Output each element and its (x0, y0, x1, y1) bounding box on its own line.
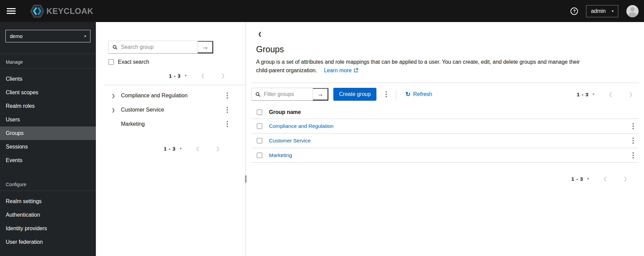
pagination-menu-toggle[interactable]: 1 - 3 ▾ (169, 73, 186, 79)
user-menu-dropdown[interactable]: admin ▾ (586, 5, 618, 17)
toolbar-kebab-menu-icon[interactable] (383, 90, 389, 99)
brand-text: KEYCLOAK (46, 6, 94, 16)
row-kebab-menu-icon[interactable] (630, 136, 636, 145)
sidebar-item-authentication[interactable]: Authentication (0, 208, 96, 222)
row-checkbox[interactable] (257, 138, 262, 143)
avatar[interactable] (626, 5, 639, 17)
table-pagination-bottom: 1 - 3 ▾ ❮ ❯ (251, 176, 639, 182)
group-link[interactable]: Marketing (269, 152, 292, 158)
learn-more-link[interactable]: Learn more (324, 66, 358, 75)
realm-selector[interactable]: demo ▾ (5, 30, 90, 42)
sidebar-item-groups[interactable]: Groups (0, 126, 96, 140)
sidebar-item-client-scopes[interactable]: Client scopes (0, 86, 96, 99)
exact-search-label: Exact search (118, 59, 149, 65)
kebab-menu-icon[interactable] (224, 91, 230, 100)
pagination-next-button[interactable]: ❯ (621, 176, 629, 182)
caret-down-icon: ▾ (180, 147, 182, 150)
column-header-group-name: Group name (269, 109, 301, 115)
search-icon (112, 45, 118, 50)
row-checkbox[interactable] (257, 153, 262, 158)
filter-submit-button[interactable]: → (313, 88, 328, 100)
tree-item-customer-service[interactable]: ❯ Customer Service (104, 103, 246, 117)
pagination-prev-button[interactable]: ❮ (601, 176, 609, 182)
keycloak-logo-icon (30, 4, 45, 19)
tree-divider (104, 85, 246, 85)
pagination-range: 1 - 3 (164, 146, 175, 152)
caret-down-icon: ▾ (185, 74, 187, 77)
realm-selector-value: demo (10, 33, 23, 39)
create-group-button[interactable]: Create group (333, 88, 376, 101)
select-all-checkbox[interactable] (257, 110, 262, 115)
search-icon (255, 92, 261, 97)
nav-toggle-icon[interactable] (7, 7, 16, 15)
page-description: A group is a set of attributes and role … (256, 58, 639, 75)
group-tree-panel: → Exact search 1 - 3 ▾ ❮ ❯ ❯ Compliance … (96, 22, 246, 256)
row-kebab-menu-icon[interactable] (630, 122, 636, 131)
group-link[interactable]: Compliance and Regulation (269, 123, 333, 129)
pagination-menu-toggle[interactable]: 1 - 3 ▾ (577, 92, 594, 97)
refresh-label: Refresh (413, 91, 432, 97)
pagination-next-button[interactable]: ❯ (219, 73, 227, 79)
tree-pagination-top: 1 - 3 ▾ ❮ ❯ (104, 73, 246, 79)
learn-more-label: Learn more (324, 66, 352, 75)
nav-section-configure: Configure Realm settings Authentication … (0, 176, 96, 249)
pagination-next-button[interactable]: ❯ (627, 91, 635, 97)
group-search-submit-button[interactable]: → (198, 41, 213, 53)
caret-down-icon: ▾ (84, 35, 86, 38)
exact-search-checkbox[interactable] (108, 59, 114, 65)
pagination-range: 1 - 3 (577, 92, 588, 97)
filter-groups-control: → (251, 88, 329, 101)
group-search-input[interactable] (120, 44, 198, 51)
chevron-right-icon[interactable]: ❯ (111, 107, 116, 113)
chevron-right-icon[interactable]: ❯ (111, 93, 116, 98)
row-kebab-menu-icon[interactable] (630, 151, 636, 160)
kebab-menu-icon[interactable] (224, 105, 230, 114)
panel-resizer-handle[interactable] (245, 175, 247, 183)
group-search-control: → (108, 41, 213, 54)
kebab-menu-icon[interactable] (224, 120, 230, 129)
filter-groups-input[interactable] (263, 91, 313, 98)
tree-item-marketing[interactable]: Marketing (104, 117, 246, 131)
groups-toolbar: → Create group ↻ Refresh 1 - 3 ▾ ❮ ❯ (251, 88, 639, 101)
section-divider (251, 83, 639, 83)
sidebar-item-user-federation[interactable]: User federation (0, 235, 96, 249)
main-content: ❮ Groups A group is a set of attributes … (246, 22, 644, 256)
refresh-icon: ↻ (405, 91, 410, 97)
pagination-menu-toggle[interactable]: 1 - 3 ▾ (571, 176, 589, 182)
row-checkbox[interactable] (257, 123, 262, 129)
nav-section-manage: Manage Clients Client scopes Realm roles… (0, 54, 96, 167)
tree-item-label[interactable]: Compliance and Regulation (121, 93, 224, 99)
pagination-prev-button[interactable]: ❮ (194, 145, 202, 152)
sidebar-item-realm-roles[interactable]: Realm roles (0, 99, 96, 113)
refresh-button[interactable]: ↻ Refresh (405, 91, 432, 97)
tree-item-label[interactable]: Marketing (121, 121, 224, 127)
description-line-2: child-parent organization. (256, 67, 317, 73)
sidebar-item-users[interactable]: Users (0, 113, 96, 126)
nav-section-title: Configure (0, 176, 96, 191)
pagination-menu-toggle[interactable]: 1 - 3 ▾ (164, 146, 181, 152)
nav-section-title: Manage (0, 54, 96, 68)
table-row: Compliance and Regulation (251, 119, 639, 134)
sidebar-item-sessions[interactable]: Sessions (0, 140, 96, 154)
pagination-prev-button[interactable]: ❮ (199, 73, 207, 79)
sidebar-item-realm-settings[interactable]: Realm settings (0, 195, 96, 208)
pagination-range: 1 - 3 (169, 73, 181, 79)
group-link[interactable]: Customer Service (269, 138, 311, 144)
caret-down-icon: ▾ (587, 177, 589, 180)
pagination-prev-button[interactable]: ❮ (607, 91, 615, 97)
collapse-drawer-button[interactable]: ❮ (256, 31, 264, 37)
caret-down-icon: ▾ (612, 9, 614, 13)
sidebar-item-clients[interactable]: Clients (0, 72, 96, 86)
pagination-range: 1 - 3 (571, 176, 583, 182)
tree-item-label[interactable]: Customer Service (121, 107, 224, 113)
tree-item-compliance-and-regulation[interactable]: ❯ Compliance and Regulation (104, 88, 246, 103)
caret-down-icon: ▾ (593, 93, 595, 96)
page-title: Groups (256, 44, 639, 54)
pagination-next-button[interactable]: ❯ (214, 145, 222, 152)
sidebar-item-identity-providers[interactable]: Identity providers (0, 222, 96, 235)
table-row: Marketing (251, 148, 639, 163)
keycloak-logo[interactable]: KEYCLOAK (30, 4, 94, 19)
user-menu-label: admin (591, 8, 606, 14)
sidebar-item-events[interactable]: Events (0, 154, 96, 167)
help-icon[interactable]: ? (570, 7, 578, 15)
